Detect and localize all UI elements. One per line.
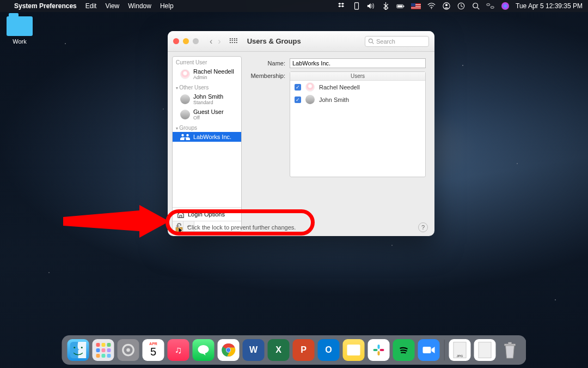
svg-rect-10 [491,7,494,8]
dock-outlook[interactable]: O [318,339,340,361]
svg-point-14 [81,347,83,348]
svg-rect-0 [354,3,358,9]
checkbox-checked-icon[interactable]: ✓ [295,96,301,103]
menu-window[interactable]: Window [128,2,151,10]
svg-rect-9 [487,4,490,5]
dock-excel[interactable]: X [268,339,290,361]
sidebar-group-labworks[interactable]: LabWorks Inc. [173,132,241,142]
sidebar-user-guest[interactable]: Guest UserOff [173,107,241,122]
home-icon [177,210,185,218]
traffic-lights [173,38,199,44]
other-users-header[interactable]: Other Users [173,82,241,92]
dock: APR5 ♫ W X P O JPG [62,335,526,365]
cursor-icon [179,227,184,234]
minimize-button[interactable] [183,38,189,44]
user-switch-icon[interactable] [442,2,450,10]
menu-view[interactable]: View [105,2,119,10]
bluetooth-icon[interactable] [382,2,390,10]
menu-edit[interactable]: Edit [85,2,97,10]
svg-rect-20 [378,345,380,349]
group-detail-pane: Name: Membership: Users ✓ Rachel Needell… [242,52,434,236]
lock-bar: Click the lock to prevent further change… [174,222,428,233]
titlebar[interactable]: ‹ › ⠿⠿ Users & Groups Search [168,31,434,52]
svg-point-8 [473,3,477,8]
sidebar-current-user[interactable]: Rachel NeedellAdmin [173,67,241,82]
membership-label: Membership: [247,73,285,79]
dock-file-doc[interactable] [474,339,496,361]
menubar-datetime[interactable]: Tue Apr 5 12:39:35 PM [516,2,583,10]
time-machine-icon[interactable] [457,2,465,10]
app-menu[interactable]: System Preferences [14,2,77,10]
lock-open-icon[interactable] [174,222,183,233]
user-role: Admin [193,75,234,80]
menubar: System Preferences Edit View Window Help… [0,0,588,12]
desktop-folder-work[interactable]: Work [7,16,33,45]
dock-settings[interactable] [118,339,139,361]
battery-icon[interactable] [396,2,405,10]
member-name: John Smith [319,96,349,103]
svg-rect-23 [380,349,384,351]
dock-spotify[interactable] [393,339,415,361]
checkbox-checked-icon[interactable]: ✓ [295,84,301,91]
current-user-header: Current User [173,57,241,67]
calendar-month: APR [149,342,157,346]
member-name: Rachel Needell [319,84,360,91]
dropbox-icon[interactable] [338,2,346,10]
folder-label: Work [7,38,33,45]
dock-notes[interactable] [343,339,365,361]
dock-music[interactable]: ♫ [168,339,189,361]
siri-icon[interactable] [501,2,509,10]
svg-rect-22 [378,351,380,355]
dock-messages[interactable] [193,339,215,361]
avatar-icon [180,94,190,104]
avatar-icon [305,82,315,92]
phone-sync-icon[interactable] [352,2,360,10]
user-name: Rachel Needell [193,68,234,75]
dock-word[interactable]: W [243,339,265,361]
show-all-icon[interactable]: ⠿⠿ [229,37,237,45]
svg-rect-2 [397,5,402,7]
member-row-rachel[interactable]: ✓ Rachel Needell [290,81,425,93]
dock-launchpad[interactable] [93,339,114,361]
spotlight-icon[interactable] [471,2,480,10]
user-name: Guest User [193,108,224,115]
avatar-icon [180,69,190,79]
flag-us-icon[interactable] [411,3,421,9]
login-options-label: Login Options [188,211,225,218]
zoom-button[interactable] [193,38,199,44]
groups-header[interactable]: Groups [173,122,241,132]
close-button[interactable] [173,38,179,44]
search-icon [368,38,374,44]
dock-file-jpg[interactable]: JPG [449,339,471,361]
dock-chrome[interactable] [218,339,240,361]
avatar-icon [305,95,315,104]
svg-point-4 [431,8,432,9]
dock-zoom[interactable] [418,339,440,361]
folder-icon [7,16,33,36]
group-name: LabWorks Inc. [193,134,231,140]
dock-powerpoint[interactable]: P [293,339,315,361]
member-row-john[interactable]: ✓ John Smith [290,93,425,106]
search-input[interactable]: Search [365,36,429,47]
dock-slack[interactable] [368,339,390,361]
membership-column-header: Users [290,72,425,81]
dock-finder[interactable] [68,339,89,361]
back-button[interactable]: ‹ [210,37,212,46]
menu-help[interactable]: Help [160,2,174,10]
svg-rect-3 [403,5,404,7]
dock-trash[interactable] [499,339,521,361]
control-center-icon[interactable] [486,2,494,10]
login-options[interactable]: Login Options [173,207,241,221]
forward-button: › [218,37,220,46]
dock-calendar[interactable]: APR5 [143,339,164,361]
user-role: Off [193,115,224,120]
window-title: Users & Groups [247,37,301,45]
sidebar-user-john[interactable]: John SmithStandard [173,92,241,107]
wifi-icon[interactable] [427,2,436,10]
user-name: John Smith [193,93,223,100]
group-name-input[interactable] [290,58,426,68]
help-button[interactable]: ? [418,222,428,232]
svg-point-6 [445,4,447,6]
users-sidebar: Current User Rachel NeedellAdmin Other U… [172,56,242,232]
volume-icon[interactable] [367,2,375,10]
